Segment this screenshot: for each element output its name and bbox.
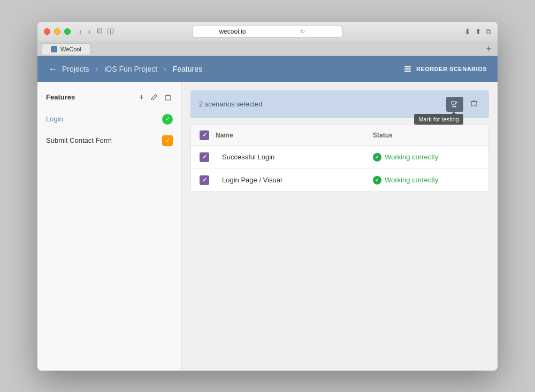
url-display: wecool.io bbox=[197, 28, 268, 35]
browser-window: ‹ › ⊡ ⓘ wecool.io ↻ ⬇ ⬆ ⧉ WeCool + ← Pro… bbox=[37, 22, 498, 371]
breadcrumb-sep-2: › bbox=[164, 65, 166, 73]
login-status-icon: ✓ bbox=[162, 114, 173, 125]
titlebar: ‹ › ⊡ ⓘ wecool.io ↻ ⬇ ⬆ ⧉ bbox=[37, 22, 498, 42]
mark-testing-tooltip: Mark for testing bbox=[414, 114, 463, 125]
table-header: Name Status bbox=[191, 125, 488, 146]
sidebar-item-login[interactable]: Login ✓ bbox=[37, 109, 181, 130]
sidebar-title: Features bbox=[46, 93, 138, 101]
sidebar-item-submit-label: Submit Contact Form bbox=[46, 136, 162, 144]
row2-status-icon bbox=[373, 176, 381, 185]
col-name-header: Name bbox=[216, 132, 373, 139]
header-check-col bbox=[200, 130, 216, 140]
row1-status: Working correctly bbox=[373, 153, 480, 162]
view-icons: ⊡ ⓘ bbox=[97, 27, 114, 36]
sidebar-actions: + bbox=[138, 91, 173, 103]
submit-status-icon: ✓ bbox=[162, 135, 173, 146]
sidebar: Features + bbox=[37, 82, 182, 371]
tab-bar: WeCool + bbox=[37, 42, 498, 56]
row2-checkbox[interactable] bbox=[200, 175, 209, 185]
traffic-lights bbox=[44, 28, 71, 35]
window-icon[interactable]: ⧉ bbox=[486, 27, 491, 36]
selection-bar: 2 scenarios selected bbox=[190, 90, 489, 118]
breadcrumb-project[interactable]: iOS Fun Project bbox=[104, 65, 157, 73]
reader-icon[interactable]: ⊡ bbox=[97, 27, 103, 36]
svg-point-2 bbox=[455, 105, 456, 107]
sidebar-item-login-label: Login bbox=[46, 115, 162, 123]
svg-rect-0 bbox=[165, 96, 171, 100]
app-header: ← Projects › iOS Fun Project › Features … bbox=[37, 56, 498, 82]
back-nav-button[interactable]: ‹ bbox=[77, 26, 84, 37]
row1-status-icon bbox=[373, 153, 381, 162]
row2-status: Working correctly bbox=[373, 176, 480, 185]
sidebar-header: Features + bbox=[37, 88, 181, 109]
share-icon[interactable]: ⬆ bbox=[475, 27, 482, 36]
row2-status-label: Working correctly bbox=[385, 176, 438, 184]
selection-actions bbox=[446, 97, 480, 112]
scenario-table: Name Status Successful Login Working cor… bbox=[190, 125, 489, 192]
forward-nav-button[interactable]: › bbox=[86, 26, 93, 37]
reorder-label: REORDER SCENARIOS bbox=[416, 66, 487, 72]
row2-check[interactable] bbox=[200, 175, 216, 185]
sidebar-item-submit-contact[interactable]: Submit Contact Form ✓ bbox=[37, 130, 181, 151]
tab-favicon bbox=[51, 46, 57, 52]
tab-label: WeCool bbox=[60, 46, 81, 52]
main-content: Features + bbox=[37, 82, 498, 371]
selection-count: 2 scenarios selected bbox=[199, 100, 446, 108]
download-icon[interactable]: ⬇ bbox=[464, 27, 471, 36]
svg-point-1 bbox=[453, 105, 454, 107]
svg-rect-3 bbox=[471, 102, 477, 106]
breadcrumb-projects[interactable]: Projects bbox=[62, 65, 89, 73]
new-tab-button[interactable]: + bbox=[484, 44, 493, 53]
reorder-icon bbox=[404, 66, 411, 72]
breadcrumb-current: Features bbox=[173, 65, 202, 73]
col-status-header: Status bbox=[373, 132, 480, 139]
table-row: Login Page / Visual Working correctly bbox=[191, 169, 488, 191]
row1-checkbox[interactable] bbox=[200, 152, 209, 162]
right-panel: 2 scenarios selected bbox=[182, 82, 498, 371]
titlebar-right-buttons: ⬇ ⬆ ⧉ bbox=[464, 27, 491, 36]
minimize-button[interactable] bbox=[54, 28, 60, 35]
breadcrumb: ← Projects › iOS Fun Project › Features bbox=[48, 64, 202, 74]
row1-status-label: Working correctly bbox=[385, 153, 438, 161]
active-tab[interactable]: WeCool bbox=[42, 43, 90, 55]
nav-buttons: ‹ › bbox=[77, 26, 93, 37]
row1-name: Successful Login bbox=[216, 153, 373, 161]
reload-icon[interactable]: ↻ bbox=[268, 28, 338, 35]
delete-scenarios-button[interactable] bbox=[468, 97, 480, 112]
edit-feature-button[interactable] bbox=[149, 93, 159, 102]
delete-feature-button[interactable] bbox=[163, 93, 173, 102]
maximize-button[interactable] bbox=[64, 28, 71, 35]
table-row: Successful Login Working correctly bbox=[191, 146, 488, 169]
close-button[interactable] bbox=[44, 28, 50, 35]
reorder-button[interactable]: REORDER SCENARIOS bbox=[404, 66, 487, 72]
add-feature-button[interactable]: + bbox=[138, 91, 145, 103]
row2-name: Login Page / Visual bbox=[216, 176, 373, 184]
mark-testing-button[interactable] bbox=[446, 97, 463, 112]
info-icon[interactable]: ⓘ bbox=[107, 27, 114, 36]
row1-check[interactable] bbox=[200, 152, 216, 162]
back-button[interactable]: ← bbox=[48, 64, 58, 74]
select-all-checkbox[interactable] bbox=[200, 130, 209, 140]
address-bar[interactable]: wecool.io ↻ bbox=[193, 26, 342, 37]
breadcrumb-sep-1: › bbox=[96, 65, 98, 73]
